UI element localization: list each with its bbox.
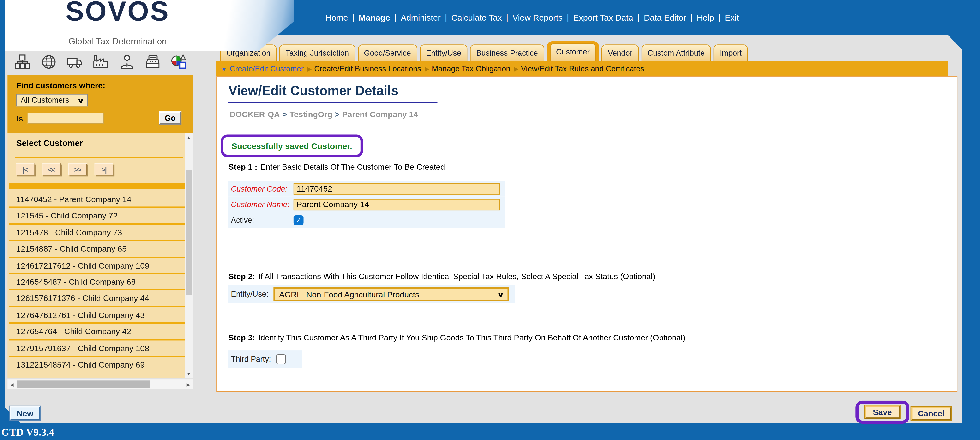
module-tabs: OrganizationTaxing JurisdictionGood/Serv… [220, 43, 748, 61]
customer-name-input[interactable] [294, 199, 500, 210]
scroll-left-icon[interactable]: ◀ [8, 379, 16, 389]
tab-taxing-jurisdiction[interactable]: Taxing Jurisdiction [279, 45, 355, 61]
tab-import[interactable]: Import [714, 45, 748, 61]
nav-item-home[interactable]: Home [326, 13, 348, 22]
nav-item-exit[interactable]: Exit [725, 13, 739, 22]
customer-list-item[interactable]: 127915791637 - Child Company 108 [9, 340, 185, 357]
sovos-logo: SOVOS [33, 0, 203, 27]
checkmark-icon: ✓ [296, 215, 301, 225]
breadcrumb-item: Parent Company 14 [342, 110, 418, 119]
main-content-panel: View/Edit Customer Details DOCKER-QA>Tes… [216, 77, 958, 392]
cancel-button[interactable]: Cancel [911, 407, 951, 420]
nav-item-view-reports[interactable]: View Reports [512, 13, 563, 22]
success-message: Successfully saved Customer. [232, 141, 352, 151]
tab-business-practice[interactable]: Business Practice [470, 45, 544, 61]
entity-use-label: Entity/Use: [231, 290, 268, 299]
workflow-step-create-edit-customer[interactable]: ▼Create/Edit Customer [221, 65, 304, 73]
active-label: Active: [231, 215, 294, 225]
vertical-scrollbar-thumb[interactable] [186, 170, 192, 295]
search-value-input[interactable] [27, 113, 104, 124]
annotation-highlight-success: Successfully saved Customer. [221, 135, 363, 157]
next-page-button[interactable]: >> [68, 163, 87, 175]
nav-separator: | [714, 13, 725, 22]
scroll-down-icon[interactable]: ▼ [185, 369, 193, 378]
customer-list-item[interactable]: 1215478 - Child Company 73 [9, 225, 185, 241]
new-button[interactable]: New [10, 406, 40, 420]
tab-custom-attribute[interactable]: Custom Attribute [641, 45, 711, 61]
horizontal-scrollbar-thumb[interactable] [17, 381, 150, 388]
horizontal-scrollbar[interactable]: ◀ ▶ [8, 379, 193, 389]
customer-list-item[interactable]: 127647612761 - Child Company 43 [9, 307, 185, 324]
entity-use-select[interactable]: AGRI - Non-Food Agricultural Products ∨ [274, 287, 509, 301]
tab-vendor[interactable]: Vendor [601, 45, 639, 61]
search-panel-title: Find customers where: [16, 81, 105, 90]
nav-item-data-editor[interactable]: Data Editor [644, 13, 686, 22]
customer-name-label: Customer Name: [231, 200, 294, 209]
workflow-step-manage-tax-obligation[interactable]: ▶Manage Tax Obligation [425, 65, 510, 73]
select-customer-panel: Select Customer |<<<>>>| 11470452 - Pare… [8, 133, 193, 378]
customer-code-input[interactable] [294, 183, 500, 194]
customer-list-item[interactable]: 121545 - Child Company 72 [9, 208, 185, 225]
main-nav: Home | Manage | Administer | Calculate T… [326, 0, 739, 35]
tab-entity-use[interactable]: Entity/Use [420, 45, 467, 61]
cash-register-icon[interactable] [145, 54, 161, 70]
vertical-scrollbar[interactable]: ▲ ▼ [185, 133, 193, 378]
workflow-bar: ▼Create/Edit Customer▶Create/Edit Busine… [216, 61, 948, 77]
nav-item-help[interactable]: Help [697, 13, 714, 22]
breadcrumb: DOCKER-QA>TestingOrg>Parent Company 14 [230, 110, 418, 119]
customer-list: 11470452 - Parent Company 14121545 - Chi… [9, 191, 185, 373]
workflow-step-view-edit-tax-rules-and-certificates[interactable]: ▶View/Edit Tax Rules and Certificates [514, 65, 644, 73]
sovos-gtd-app: Home | Manage | Administer | Calculate T… [0, 0, 980, 440]
truck-icon[interactable] [67, 54, 83, 70]
go-button[interactable]: Go [159, 112, 181, 124]
scroll-right-icon[interactable]: ▶ [184, 379, 193, 389]
customer-list-item[interactable]: 1246545487 - Child Company 68 [9, 274, 185, 291]
tab-good-service[interactable]: Good/Service [358, 45, 417, 61]
customer-filter-value: All Customers [21, 96, 69, 105]
active-checkbox[interactable]: ✓ [294, 215, 304, 225]
breadcrumb-separator: > [332, 110, 342, 119]
last-page-button[interactable]: >| [95, 163, 113, 175]
third-party-label: Third Party: [231, 355, 271, 363]
nav-item-calculate-tax[interactable]: Calculate Tax [451, 13, 502, 22]
globe-icon[interactable] [41, 54, 57, 70]
nav-separator: | [686, 13, 697, 22]
reports-palette-icon[interactable] [171, 54, 187, 70]
customer-list-item[interactable]: 1261576171376 - Child Company 44 [9, 291, 185, 307]
breadcrumb-item: TestingOrg [290, 110, 332, 119]
entity-use-row: Entity/Use: AGRI - Non-Food Agricultural… [229, 285, 515, 303]
tab-customer[interactable]: Customer [550, 43, 596, 61]
nav-item-administer[interactable]: Administer [401, 13, 441, 22]
person-icon[interactable] [119, 54, 135, 70]
customer-list-item[interactable]: 124617217612 - Child Company 109 [9, 258, 185, 274]
basic-details-form: Customer Code: Customer Name: Active: ✓ [229, 181, 505, 228]
nav-item-manage[interactable]: Manage [359, 13, 390, 22]
customer-pagination: |<<<>>>| [16, 163, 113, 175]
workflow-step-create-edit-business-locations[interactable]: ▶Create/Edit Business Locations [307, 65, 421, 73]
nav-separator: | [563, 13, 573, 22]
scroll-up-icon[interactable]: ▲ [185, 133, 193, 142]
customer-name-row: Customer Name: [229, 197, 505, 212]
customer-list-item[interactable]: 127654764 - Child Company 42 [9, 324, 185, 340]
prev-page-button[interactable]: << [42, 163, 61, 175]
factory-icon[interactable] [93, 54, 109, 70]
step-marker-icon: ▶ [307, 66, 312, 72]
third-party-row: Third Party: [229, 351, 302, 368]
sidebar-toolbar [9, 54, 193, 70]
step-marker-icon: ▶ [425, 66, 429, 72]
save-button[interactable]: Save [865, 406, 900, 419]
customer-filter-select[interactable]: All Customers ∨ [16, 94, 88, 106]
first-page-button[interactable]: |< [16, 163, 34, 175]
app-card: Find customers where: All Customers ∨ Is… [5, 35, 962, 423]
list-separator-bar [9, 183, 185, 189]
third-party-checkbox[interactable] [276, 354, 286, 364]
divider [15, 157, 183, 158]
logo-panel: SOVOS Global Tax Determination [5, 0, 294, 51]
org-chart-icon[interactable] [14, 54, 31, 70]
nav-separator: | [348, 13, 359, 22]
customer-list-item[interactable]: 11470452 - Parent Company 14 [9, 191, 185, 208]
customer-list-item[interactable]: 12154887 - Child Company 65 [9, 241, 185, 258]
customer-list-item[interactable]: 131221548574 - Child Company 69 [9, 357, 185, 373]
nav-item-export-tax-data[interactable]: Export Tax Data [573, 13, 633, 22]
version-label: GTD V9.3.4 [1, 426, 54, 439]
